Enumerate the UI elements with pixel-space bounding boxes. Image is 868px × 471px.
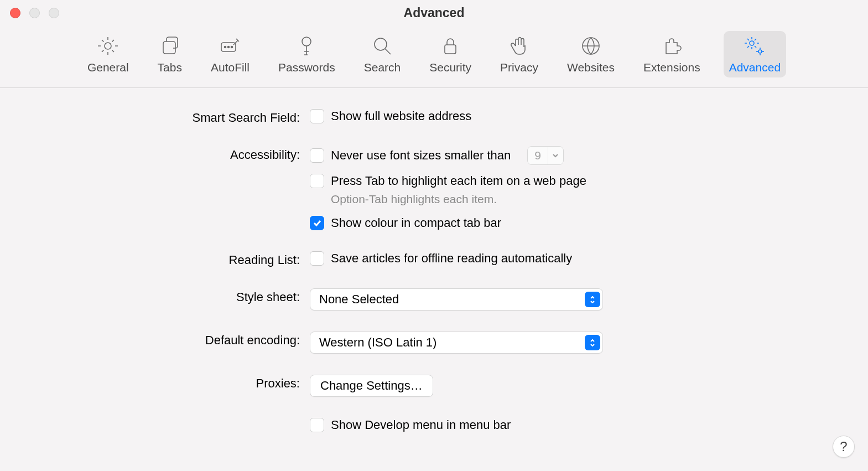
help-button[interactable]: ? bbox=[833, 436, 855, 458]
label-smart-search: Smart Search Field: bbox=[0, 109, 310, 125]
svg-rect-8 bbox=[445, 45, 456, 54]
tab-label: Privacy bbox=[500, 61, 538, 74]
svg-rect-1 bbox=[163, 42, 175, 54]
option-show-develop: Show Develop menu in menu bar bbox=[331, 418, 511, 432]
row-proxies: Proxies: Change Settings… bbox=[0, 375, 868, 397]
svg-point-3 bbox=[224, 46, 226, 48]
autofill-icon bbox=[219, 34, 242, 58]
tab-passwords[interactable]: Passwords bbox=[273, 31, 341, 77]
tab-label: Passwords bbox=[278, 61, 335, 74]
question-mark-icon: ? bbox=[840, 439, 847, 454]
option-show-colour: Show colour in compact tab bar bbox=[331, 216, 501, 230]
tab-label: Websites bbox=[567, 61, 615, 74]
row-default-encoding: Default encoding: Western (ISO Latin 1) bbox=[0, 332, 868, 354]
content-area: Smart Search Field: Show full website ad… bbox=[0, 88, 868, 432]
svg-point-6 bbox=[302, 37, 311, 46]
zoom-window-button[interactable] bbox=[49, 8, 59, 18]
checkbox-tab-highlight[interactable] bbox=[310, 174, 324, 188]
tab-tabs[interactable]: Tabs bbox=[152, 31, 188, 77]
hand-icon bbox=[508, 34, 531, 58]
svg-point-10 bbox=[750, 41, 754, 45]
minimize-window-button[interactable] bbox=[29, 8, 40, 18]
close-window-button[interactable] bbox=[10, 8, 20, 18]
gears-icon bbox=[743, 34, 766, 58]
tab-label: AutoFill bbox=[211, 61, 250, 74]
tabs-icon bbox=[158, 34, 181, 58]
checkbox-min-font-size[interactable] bbox=[310, 148, 324, 163]
svg-point-0 bbox=[105, 43, 111, 49]
label-reading-list: Reading List: bbox=[0, 251, 310, 267]
label-default-encoding: Default encoding: bbox=[0, 332, 310, 348]
label-proxies: Proxies: bbox=[0, 375, 310, 391]
checkbox-show-develop[interactable] bbox=[310, 418, 324, 432]
tab-advanced[interactable]: Advanced bbox=[724, 31, 786, 77]
search-icon bbox=[371, 34, 394, 58]
min-font-size-stepper[interactable]: 9 bbox=[527, 146, 564, 165]
label-empty bbox=[0, 418, 310, 420]
tab-label: Security bbox=[429, 61, 471, 74]
option-min-font-size: Never use font sizes smaller than bbox=[331, 148, 511, 163]
svg-point-5 bbox=[231, 46, 232, 48]
change-settings-button[interactable]: Change Settings… bbox=[310, 375, 433, 397]
preferences-toolbar: General Tabs AutoFill Passwords Search S… bbox=[0, 25, 868, 88]
select-style-sheet[interactable]: None Selected bbox=[310, 288, 603, 310]
label-style-sheet: Style sheet: bbox=[0, 288, 310, 304]
svg-point-11 bbox=[758, 50, 762, 53]
tab-extensions[interactable]: Extensions bbox=[638, 31, 706, 77]
row-develop: Show Develop menu in menu bar bbox=[0, 418, 868, 432]
button-label: Change Settings… bbox=[320, 379, 423, 393]
checkbox-show-colour[interactable] bbox=[310, 216, 324, 230]
option-show-full-address: Show full website address bbox=[331, 109, 471, 123]
tab-websites[interactable]: Websites bbox=[562, 31, 620, 77]
gear-icon bbox=[96, 34, 119, 58]
key-icon bbox=[295, 34, 318, 58]
stepper-value: 9 bbox=[528, 149, 548, 162]
svg-point-7 bbox=[375, 38, 387, 50]
updown-icon bbox=[585, 335, 600, 350]
window-title: Advanced bbox=[404, 6, 465, 20]
updown-icon bbox=[585, 292, 600, 307]
select-default-encoding[interactable]: Western (ISO Latin 1) bbox=[310, 332, 603, 354]
tab-privacy[interactable]: Privacy bbox=[495, 31, 544, 77]
select-value: None Selected bbox=[319, 292, 399, 307]
tab-search[interactable]: Search bbox=[358, 31, 407, 77]
select-value: Western (ISO Latin 1) bbox=[319, 335, 436, 350]
tab-label: Tabs bbox=[158, 61, 182, 74]
lock-icon bbox=[439, 34, 462, 58]
tab-label: General bbox=[87, 61, 129, 74]
tab-security[interactable]: Security bbox=[424, 31, 477, 77]
globe-icon bbox=[579, 34, 602, 58]
tab-autofill[interactable]: AutoFill bbox=[205, 31, 255, 77]
label-accessibility: Accessibility: bbox=[0, 146, 310, 162]
traffic-lights bbox=[0, 8, 59, 18]
row-style-sheet: Style sheet: None Selected bbox=[0, 288, 868, 310]
svg-point-4 bbox=[227, 46, 229, 48]
row-smart-search: Smart Search Field: Show full website ad… bbox=[0, 109, 868, 125]
tab-label: Extensions bbox=[643, 61, 700, 74]
checkbox-save-offline[interactable] bbox=[310, 251, 324, 266]
option-tab-highlight: Press Tab to highlight each item on a we… bbox=[331, 174, 586, 188]
option-save-offline: Save articles for offline reading automa… bbox=[331, 251, 572, 266]
titlebar: Advanced bbox=[0, 0, 868, 25]
puzzle-icon bbox=[660, 34, 683, 58]
chevron-down-icon bbox=[548, 147, 563, 164]
tab-general[interactable]: General bbox=[82, 31, 134, 77]
hint-option-tab: Option-Tab highlights each item. bbox=[310, 193, 586, 206]
tab-label: Advanced bbox=[729, 61, 781, 74]
row-reading-list: Reading List: Save articles for offline … bbox=[0, 251, 868, 267]
row-accessibility: Accessibility: Never use font sizes smal… bbox=[0, 146, 868, 230]
checkbox-show-full-address[interactable] bbox=[310, 109, 324, 123]
tab-label: Search bbox=[364, 61, 401, 74]
